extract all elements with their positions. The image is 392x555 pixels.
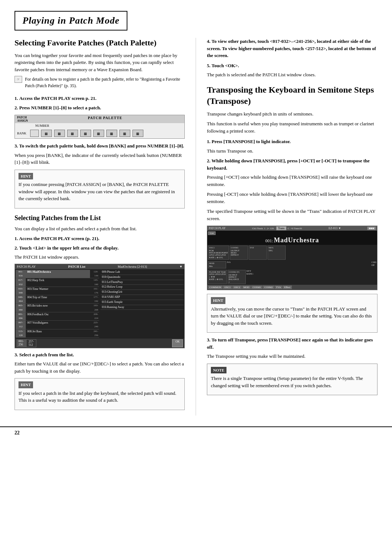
hint-box-transpose: HINT Alternatively, you can move the cur… [207, 294, 377, 333]
pp-tab-effect[interactable]: Effect [283, 285, 292, 289]
pl-row-2[interactable]: 017-032 002:Harp Trek 145-160 [16, 278, 99, 287]
list-step-3: 3. Select a patch from the list. [15, 351, 185, 358]
pp-btn-8[interactable]: ▦ [132, 130, 143, 137]
pp-tab-cosm2[interactable]: COSM2 [263, 285, 274, 289]
pp-mfx-section: MFX TFG [268, 246, 286, 260]
right-step-5-body: The patch is selected and the PATCH List… [207, 71, 377, 78]
pp-tab-osc1[interactable]: OSC1 [223, 285, 232, 289]
pp-play-title: PATCH PLAY [209, 227, 226, 230]
pp-btn-3[interactable]: ▦ [67, 130, 78, 137]
step-2: 2. Press NUMBER [1]–[8] to select a patc… [15, 104, 185, 112]
section1-intro: You can bring together your favorite and… [15, 52, 185, 73]
pp-list-btn[interactable]: List [208, 231, 216, 235]
pp-cosm2-section: COSM2 FS OUTPUTEFFECTBALANCE♩ [228, 270, 246, 284]
right-step-4: 4. To view other patches, touch <017-032… [207, 38, 377, 59]
pp-bank-button[interactable] [30, 130, 39, 137]
pp-mod-section: MOD Mix [208, 261, 226, 268]
transpose-step-2-body1: Pressing [+OCT] once while holding down … [207, 174, 377, 188]
pp-tab-mod[interactable]: MOD [242, 285, 251, 289]
transpose-step-2-body2: Pressing [-OCT] once while holding down … [207, 191, 377, 205]
patch-list-screenshot: PATCH PLAY PATCH List MadOrchestra [2-01… [15, 264, 185, 348]
pp-play-id: EZ-013 ▼ [328, 227, 341, 230]
list-step-1: 1. Access the PATCH PLAY screen (p. 21). [15, 235, 185, 242]
left-column: Selecting Favorite Patches (Patch Palett… [15, 38, 196, 416]
pp-bottom-tabs: COMMON OSC1 OSC2 MOD COSM1 COSM2 TVA Eff… [207, 285, 377, 290]
pp-patch-name: MadUrchestra [274, 236, 319, 244]
pl-row-r7[interactable]: 015:Earth Temple [101, 300, 184, 305]
pl-row-5[interactable]: 065-080 005:Bo'sides now 193-208 [16, 304, 99, 312]
transpose-step-2-body3: The specified Transpose setting will be … [207, 208, 377, 222]
hint-box-1: HINT If you continue pressing [PATCH ASS… [15, 170, 185, 208]
pp-tvf-section: TVF [249, 246, 267, 260]
transpose-step-3-body: The Transpose setting you make will be m… [207, 353, 377, 360]
pl-row-6[interactable]: 081-096 006:Feedback Osc 209-224 [16, 312, 99, 321]
pp-iva-section: IVA [227, 261, 371, 268]
transpose-step-2: 2. While holding down [TRANSPOSE], press… [207, 157, 377, 171]
pl-row-r1[interactable]: 009:Phrase Lab [101, 270, 184, 275]
pp-btn-2[interactable]: ▦ [54, 130, 65, 137]
pp-tab-osc2[interactable]: OSC2 [232, 285, 241, 289]
pp-osc2-area: FLOOR FAT TAMLFO1 LFO2 LFO3♩ ⊕ ⊕RATE ♩ ⊕… [208, 270, 227, 284]
list-step-2-body: The PATCH List window appears. [15, 254, 185, 261]
pp-tab-tva[interactable]: TVA [275, 285, 282, 289]
pl-row-7[interactable]: 097-112 007:VoixBulgares 225-240 [16, 321, 99, 329]
patch-play-screenshot: PATCH PLAY Ch1/Track 1 ♩= 120. Trans C +… [207, 226, 377, 290]
pl-title-left: PATCH PLAY [17, 265, 36, 268]
note-ref-icon: ☞ [15, 76, 22, 83]
pl-row-r3[interactable]: 011:LetThemPray [101, 280, 184, 285]
pp-btn-5[interactable]: ▦ [93, 130, 104, 137]
pl-row-8[interactable]: 113-128 008:Jet Bass 241-256 [16, 329, 99, 338]
page-number: 22 [15, 430, 20, 436]
pl-row-r8[interactable]: 016:Running Away [101, 305, 184, 310]
header-bar: Playing in Patch Mode [15, 11, 127, 31]
patch-palette-diagram: PATCHASSIGN PATCH PALETTE NUMBER BANK ▦ … [15, 115, 185, 139]
page-title: Playing in Patch Mode [23, 15, 119, 26]
pp-patch-num: 001: [265, 238, 273, 243]
pp-tab-cosm1[interactable]: COSM1 [251, 285, 262, 289]
pp-bank-label: BANK [17, 131, 26, 135]
transpose-intro1: Transpose changes keyboard pitch in unit… [207, 110, 377, 118]
transpose-step-1: 1. Press [TRANSPOSE] to light indicator. [207, 138, 377, 145]
list-step-2: 2. Touch <List> in the upper left area o… [15, 244, 185, 252]
hint-text-transpose: Alternatively, you can move the cursor t… [211, 305, 373, 327]
pl-title-right: MadOrchestra [2-013] [118, 265, 147, 268]
pp-cho-section: CHO Off [371, 261, 376, 268]
section1-heading: Selecting Favorite Patches (Patch Palett… [15, 38, 185, 48]
hint-box-2: HINT If you select a patch in the list a… [15, 378, 185, 410]
pp-tab-common[interactable]: COMMON [208, 285, 222, 289]
section2-intro: You can display a list of patches and se… [15, 225, 185, 232]
transpose-heading: Transposing the Keyboard in Semitone Ste… [207, 84, 377, 107]
pl-ok-button[interactable]: OK [172, 339, 183, 347]
pp-number-header: NUMBER [35, 124, 49, 127]
transpose-step-3: 3. To turn off Transpose, press [TRANSPO… [207, 336, 377, 351]
pl-row-r4[interactable]: 012:Holizw Loop [101, 285, 184, 290]
pl-row-3[interactable]: 033-048 003:Time Warmer 161-176 [16, 287, 99, 295]
pp-btn-7[interactable]: ▦ [119, 130, 130, 137]
right-section1: 4. To view other patches, touch <017-032… [207, 38, 377, 78]
pl-row-1[interactable]: 001-016 001:MadOrchestra 129-144 [16, 270, 99, 278]
footer: 22 [0, 426, 392, 439]
pl-bottom-mid[interactable]: 257-512 [26, 339, 37, 347]
pp-btn-1[interactable]: ▦ [41, 130, 52, 137]
note-box-transpose: NOTE There is a single Transpose setting… [207, 364, 377, 396]
pl-row-r2[interactable]: 010:Quasimodo [101, 275, 184, 280]
pp-play-controls: Ch1/Track 1 ♩= 120. Trans C +0 Tone:01 [252, 227, 302, 230]
pp-btn-4[interactable]: ▦ [80, 130, 91, 137]
pl-row-4[interactable]: 049-064 004:Trip of Time 177-192 [16, 295, 99, 304]
pl-row-r5[interactable]: 013:GhostingGrit [101, 290, 184, 295]
pp-osc1-section: OSC1 PCMPITCH MOD POINTLFO1 LFO2 LFO3RAT… [208, 246, 229, 260]
hint-label-1: HINT [19, 173, 33, 180]
step-3: 3. To switch the patch palette bank, hol… [15, 142, 185, 150]
step-3-body: When you press [BANK], the indicator of … [15, 152, 185, 166]
section2-heading: Selecting Patches from the List [15, 214, 185, 222]
pl-col-right: 009:Phrase Lab 010:Quasimodo 011:LetThem… [100, 269, 185, 339]
trans-box: Trans [276, 226, 286, 230]
transpose-intro2: This function is useful when you play tr… [207, 120, 377, 134]
pp-btn-6[interactable]: ▦ [106, 130, 117, 137]
pl-row-r6[interactable]: 014:VARI ARP [101, 295, 184, 300]
pl-bottom-left[interactable]: 001-256 [16, 339, 26, 347]
pp-key-section: KEY RATE□ [246, 270, 253, 284]
right-column: 4. To view other patches, touch <017-032… [196, 38, 377, 416]
pp-play-part-btn: ■■■ [367, 227, 376, 230]
step-1: 1. Access the PATCH PLAY screen p. 21. [15, 95, 185, 102]
